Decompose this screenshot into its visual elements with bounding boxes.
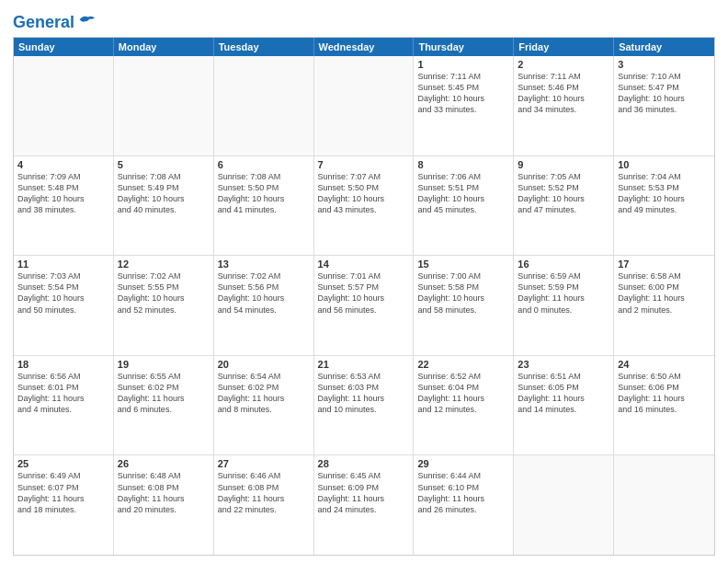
day-info: Sunrise: 7:03 AM Sunset: 5:54 PM Dayligh…	[17, 270, 109, 316]
day-number: 20	[218, 359, 310, 370]
calendar-cell: 29Sunrise: 6:44 AM Sunset: 6:10 PM Dayli…	[414, 455, 514, 555]
calendar-cell: 7Sunrise: 7:07 AM Sunset: 5:50 PM Daylig…	[314, 156, 415, 256]
day-number: 18	[17, 359, 109, 370]
day-info: Sunrise: 6:52 AM Sunset: 6:04 PM Dayligh…	[417, 371, 509, 416]
day-info: Sunrise: 7:08 AM Sunset: 5:50 PM Dayligh…	[218, 171, 310, 216]
day-info: Sunrise: 6:56 AM Sunset: 6:01 PM Dayligh…	[17, 371, 109, 416]
day-info: Sunrise: 6:44 AM Sunset: 6:10 PM Dayligh…	[417, 470, 509, 515]
day-number: 3	[618, 59, 711, 70]
calendar-cell: 3Sunrise: 7:10 AM Sunset: 5:47 PM Daylig…	[614, 56, 714, 155]
day-number: 15	[417, 259, 509, 270]
day-number: 22	[417, 359, 509, 370]
calendar-header-cell: Thursday	[414, 38, 514, 56]
day-number: 19	[118, 359, 210, 370]
calendar-cell: 25Sunrise: 6:49 AM Sunset: 6:07 PM Dayli…	[14, 455, 114, 555]
day-number: 29	[417, 458, 509, 469]
calendar-header-cell: Sunday	[14, 38, 114, 56]
day-number: 1	[417, 59, 509, 70]
day-info: Sunrise: 7:09 AM Sunset: 5:48 PM Dayligh…	[17, 171, 109, 216]
day-info: Sunrise: 6:49 AM Sunset: 6:07 PM Dayligh…	[17, 470, 109, 515]
calendar-header-cell: Saturday	[614, 38, 714, 56]
day-number: 17	[618, 259, 711, 270]
day-number: 12	[118, 259, 210, 270]
calendar-header-cell: Wednesday	[314, 38, 415, 56]
calendar-cell: 4Sunrise: 7:09 AM Sunset: 5:48 PM Daylig…	[14, 156, 114, 256]
day-info: Sunrise: 6:54 AM Sunset: 6:02 PM Dayligh…	[218, 371, 310, 416]
calendar-cell: 16Sunrise: 6:59 AM Sunset: 5:59 PM Dayli…	[514, 256, 614, 355]
calendar-body: 1Sunrise: 7:11 AM Sunset: 5:45 PM Daylig…	[14, 56, 714, 555]
calendar-cell: 17Sunrise: 6:58 AM Sunset: 6:00 PM Dayli…	[614, 256, 714, 355]
header: General	[13, 9, 715, 33]
day-number: 23	[518, 359, 609, 370]
calendar-cell: 21Sunrise: 6:53 AM Sunset: 6:03 PM Dayli…	[314, 356, 415, 455]
logo: General	[13, 13, 97, 33]
day-info: Sunrise: 6:50 AM Sunset: 6:06 PM Dayligh…	[618, 371, 711, 416]
day-number: 28	[318, 458, 410, 469]
calendar-cell: 19Sunrise: 6:55 AM Sunset: 6:02 PM Dayli…	[114, 356, 214, 455]
day-number: 10	[618, 159, 711, 170]
calendar-cell: 23Sunrise: 6:51 AM Sunset: 6:05 PM Dayli…	[514, 356, 614, 455]
day-info: Sunrise: 6:45 AM Sunset: 6:09 PM Dayligh…	[318, 470, 410, 515]
day-number: 24	[618, 359, 711, 370]
calendar-cell: 22Sunrise: 6:52 AM Sunset: 6:04 PM Dayli…	[414, 356, 514, 455]
day-info: Sunrise: 6:46 AM Sunset: 6:08 PM Dayligh…	[218, 470, 310, 515]
day-number: 11	[17, 259, 109, 270]
calendar-cell: 13Sunrise: 7:02 AM Sunset: 5:56 PM Dayli…	[214, 256, 314, 355]
day-number: 5	[118, 159, 210, 170]
calendar-cell: 26Sunrise: 6:48 AM Sunset: 6:08 PM Dayli…	[114, 455, 214, 555]
calendar-cell: 1Sunrise: 7:11 AM Sunset: 5:45 PM Daylig…	[414, 56, 514, 155]
calendar-header-cell: Friday	[514, 38, 614, 56]
day-number: 7	[318, 159, 410, 170]
calendar-cell: 15Sunrise: 7:00 AM Sunset: 5:58 PM Dayli…	[414, 256, 514, 355]
day-info: Sunrise: 7:07 AM Sunset: 5:50 PM Dayligh…	[318, 171, 410, 216]
calendar-cell: 2Sunrise: 7:11 AM Sunset: 5:46 PM Daylig…	[514, 56, 614, 155]
day-info: Sunrise: 6:58 AM Sunset: 6:00 PM Dayligh…	[618, 270, 711, 316]
calendar-row: 4Sunrise: 7:09 AM Sunset: 5:48 PM Daylig…	[14, 156, 714, 257]
calendar-cell	[114, 56, 214, 155]
calendar-cell	[614, 455, 714, 555]
day-info: Sunrise: 7:11 AM Sunset: 5:45 PM Dayligh…	[417, 71, 509, 116]
calendar-cell	[514, 455, 614, 555]
day-number: 14	[318, 259, 410, 270]
calendar-cell: 9Sunrise: 7:05 AM Sunset: 5:52 PM Daylig…	[514, 156, 614, 256]
calendar-header-cell: Monday	[114, 38, 214, 56]
calendar-cell: 18Sunrise: 6:56 AM Sunset: 6:01 PM Dayli…	[14, 356, 114, 455]
calendar-row: 1Sunrise: 7:11 AM Sunset: 5:45 PM Daylig…	[14, 56, 714, 156]
day-info: Sunrise: 7:02 AM Sunset: 5:56 PM Dayligh…	[218, 270, 310, 316]
calendar-cell: 8Sunrise: 7:06 AM Sunset: 5:51 PM Daylig…	[414, 156, 514, 256]
calendar-cell	[214, 56, 314, 155]
calendar-cell: 5Sunrise: 7:08 AM Sunset: 5:49 PM Daylig…	[114, 156, 214, 256]
day-info: Sunrise: 7:04 AM Sunset: 5:53 PM Dayligh…	[618, 171, 711, 216]
day-info: Sunrise: 7:01 AM Sunset: 5:57 PM Dayligh…	[318, 270, 410, 316]
day-info: Sunrise: 7:00 AM Sunset: 5:58 PM Dayligh…	[417, 270, 509, 316]
calendar-cell: 24Sunrise: 6:50 AM Sunset: 6:06 PM Dayli…	[614, 356, 714, 455]
day-number: 13	[218, 259, 310, 270]
calendar-cell: 28Sunrise: 6:45 AM Sunset: 6:09 PM Dayli…	[314, 455, 415, 555]
day-number: 21	[318, 359, 410, 370]
calendar-row: 11Sunrise: 7:03 AM Sunset: 5:54 PM Dayli…	[14, 256, 714, 356]
day-number: 27	[218, 458, 310, 469]
day-number: 4	[17, 159, 109, 170]
calendar-header: SundayMondayTuesdayWednesdayThursdayFrid…	[14, 38, 714, 56]
logo-bird-icon	[76, 13, 97, 33]
page: General SundayMondayTuesdayWednesdayThur…	[0, 0, 728, 563]
calendar-cell: 12Sunrise: 7:02 AM Sunset: 5:55 PM Dayli…	[114, 256, 214, 355]
calendar-cell: 10Sunrise: 7:04 AM Sunset: 5:53 PM Dayli…	[614, 156, 714, 256]
day-info: Sunrise: 6:51 AM Sunset: 6:05 PM Dayligh…	[518, 371, 609, 416]
day-info: Sunrise: 7:10 AM Sunset: 5:47 PM Dayligh…	[618, 71, 711, 116]
day-info: Sunrise: 7:11 AM Sunset: 5:46 PM Dayligh…	[518, 71, 609, 116]
calendar-header-cell: Tuesday	[214, 38, 314, 56]
day-info: Sunrise: 7:02 AM Sunset: 5:55 PM Dayligh…	[118, 270, 210, 316]
calendar-cell: 6Sunrise: 7:08 AM Sunset: 5:50 PM Daylig…	[214, 156, 314, 256]
day-info: Sunrise: 7:05 AM Sunset: 5:52 PM Dayligh…	[518, 171, 609, 216]
calendar-row: 18Sunrise: 6:56 AM Sunset: 6:01 PM Dayli…	[14, 356, 714, 456]
day-info: Sunrise: 7:08 AM Sunset: 5:49 PM Dayligh…	[118, 171, 210, 216]
day-number: 26	[118, 458, 210, 469]
day-number: 16	[518, 259, 609, 270]
day-info: Sunrise: 6:53 AM Sunset: 6:03 PM Dayligh…	[318, 371, 410, 416]
day-number: 8	[417, 159, 509, 170]
day-info: Sunrise: 6:59 AM Sunset: 5:59 PM Dayligh…	[518, 270, 609, 316]
calendar-cell: 20Sunrise: 6:54 AM Sunset: 6:02 PM Dayli…	[214, 356, 314, 455]
day-info: Sunrise: 6:48 AM Sunset: 6:08 PM Dayligh…	[118, 470, 210, 515]
day-info: Sunrise: 7:06 AM Sunset: 5:51 PM Dayligh…	[417, 171, 509, 216]
